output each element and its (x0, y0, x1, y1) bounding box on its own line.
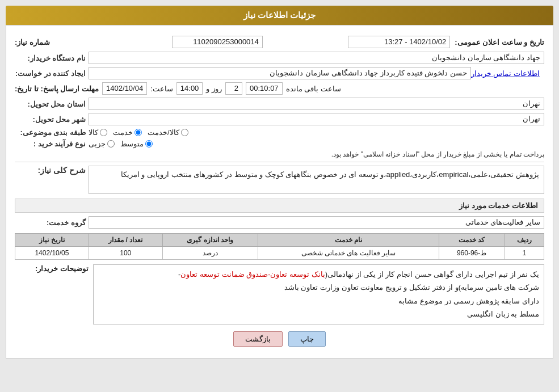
send-days: 2 (225, 82, 242, 95)
buyer-note-line: مسلط به زبان انگلیسی (98, 307, 539, 321)
buyer-note-line: دارای سابقه پژوهش رسمی در موضوع مشابه (98, 294, 539, 307)
send-days-label: روز و (206, 85, 222, 93)
city-value: تهران (89, 113, 544, 125)
creator-value: حسن دلخوش فتیده کاربرداز جهاد دانشگاهی س… (89, 67, 471, 79)
cell-date: 1402/10/05 (15, 247, 89, 260)
cell-qty: 100 (89, 247, 162, 260)
col-date: تاریخ نیاز (15, 234, 89, 247)
purchase-note: پرداخت تمام یا بخشی از مبلغ خریدار از مح… (89, 150, 544, 158)
category-radio-service[interactable]: خدمت (113, 128, 142, 137)
purchase-type-label: نوع فرآیند خرید : (15, 140, 89, 148)
category-goods-service-radio[interactable] (181, 129, 188, 136)
col-qty: تعداد / مقدار (89, 234, 162, 247)
buyer-notes-content: یک نفر از تیم اجرایی دارای گواهی حسن انج… (93, 264, 544, 324)
province-label: استان محل تحویل: (15, 100, 89, 108)
creator-label: ایجاد کننده در خواست: (15, 69, 89, 78)
service-group-value: سایر فعالیت‌های خدماتی (89, 216, 544, 229)
col-name: نام خدمت (258, 234, 439, 247)
cell-name: سایر فعالیت های خدماتی شخصی (258, 247, 439, 260)
print-button[interactable]: چاپ (288, 331, 326, 347)
cell-unit: درصد (162, 247, 258, 260)
send-time-label: ساعت: (150, 85, 173, 93)
send-deadline-label: مهلت ارسال پاسخ: تا تاریخ: (15, 85, 99, 93)
description-section-label: شرح کلی نیاز: (15, 166, 89, 175)
service-group-label: گروه خدمت: (15, 218, 89, 227)
category-goods-service-label: کالا/خدمت (148, 128, 179, 137)
category-service-radio[interactable] (135, 129, 142, 136)
col-row: ردیف (505, 234, 544, 247)
services-table: ردیف کد خدمت نام خدمت واحد اندازه گیری ت… (15, 233, 544, 260)
purchase-medium-radio[interactable]: متوسط (120, 140, 153, 148)
send-date: 1402/10/04 (102, 82, 147, 95)
need-number-label: شماره نیاز: (15, 38, 50, 47)
col-unit: واحد اندازه گیری (162, 234, 258, 247)
need-number-value: 1102090253000014 (172, 36, 263, 48)
purchase-partial-input[interactable] (107, 140, 115, 147)
buyer-org-value: جهاد دانشگاهی سازمان دانشجویان (89, 52, 544, 64)
category-goods-radio[interactable] (100, 129, 107, 136)
remain-time: 00:10:07 (246, 82, 283, 95)
description-value: پژوهش تحقیقی،علمی،empirical،کاربردی،appl… (89, 166, 544, 194)
category-goods-label: کالا (89, 128, 98, 137)
category-service-label: خدمت (113, 128, 133, 137)
announcement-value: 1402/10/02 - 13:27 (348, 36, 450, 48)
buyer-org-label: نام دستگاه خریدار: (15, 54, 89, 62)
buyer-note-line: یک نفر از تیم اجرایی دارای گواهی حسن انج… (98, 268, 539, 281)
services-section-title: اطلاعات خدمات مورد نیاز (15, 199, 544, 213)
province-value: تهران (89, 98, 544, 110)
category-label: طبقه بندی موضوعی: (15, 128, 89, 137)
col-code: کد خدمت (439, 234, 505, 247)
announcement-label: تاریخ و ساعت اعلان عمومی: (455, 38, 544, 47)
category-radio-goods[interactable]: کالا (89, 128, 107, 137)
send-time: 14:00 (176, 82, 203, 95)
contact-link[interactable]: اطلاعات تماس خریدار (471, 69, 540, 78)
purchase-medium-input[interactable] (145, 140, 153, 147)
purchase-partial-radio[interactable]: جزیی (89, 140, 115, 148)
purchase-partial-label: جزیی (89, 140, 106, 148)
remain-time-label: ساعت باقی مانده (286, 85, 341, 93)
city-label: شهر محل تحویل: (15, 115, 89, 124)
buyer-notes-label: توضیحات خریدار: (15, 264, 89, 324)
page-title: جزئیات اطلاعات نیاز (6, 6, 553, 25)
purchase-medium-label: متوسط (120, 140, 144, 148)
cell-code: ط-96-960 (439, 247, 505, 260)
back-button[interactable]: بازگشت (233, 331, 283, 347)
buyer-note-line: شرکت های تامین سرمایه)و از دفتر تشکیل و … (98, 281, 539, 294)
table-row: 1 ط-96-960 سایر فعالیت های خدماتی شخصی د… (15, 247, 544, 260)
cell-row: 1 (505, 247, 544, 260)
category-radio-goods-service[interactable]: کالا/خدمت (148, 128, 188, 137)
